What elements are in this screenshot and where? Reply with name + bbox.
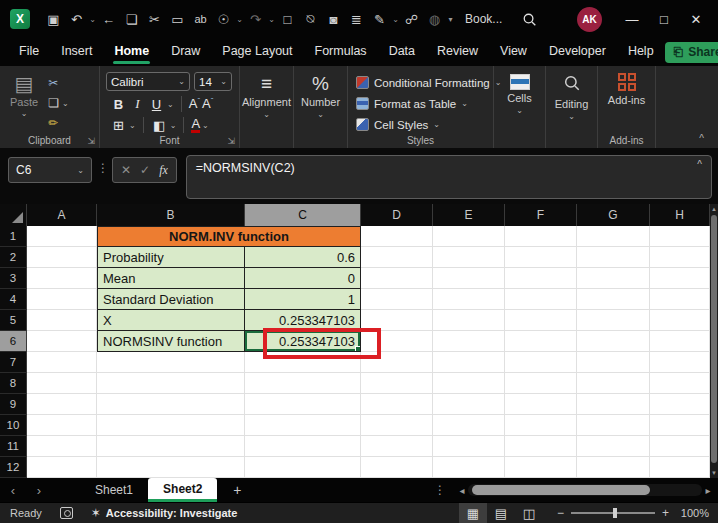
row-header-5[interactable]: 5 (0, 310, 27, 331)
column-header-H[interactable]: H (650, 204, 710, 226)
cell-E3[interactable] (433, 268, 505, 289)
cell-F9[interactable] (505, 394, 577, 415)
cell-F10[interactable] (505, 415, 577, 436)
italic-button[interactable]: I (129, 96, 146, 112)
cell-A6[interactable] (27, 331, 97, 352)
minimize-button[interactable]: — (616, 4, 648, 34)
cell-G4[interactable] (577, 289, 650, 310)
cell-B2[interactable]: Probability (97, 247, 245, 268)
cell-G5[interactable] (577, 310, 650, 331)
cell-C3[interactable]: 0 (245, 268, 361, 289)
cell-B4[interactable]: Standard Deviation (97, 289, 245, 310)
cell-A1[interactable] (27, 226, 97, 247)
column-header-G[interactable]: G (577, 204, 650, 226)
zoom-in-button[interactable]: + (662, 506, 669, 520)
zoom-percentage[interactable]: 100% (677, 507, 709, 519)
cell-E5[interactable] (433, 310, 505, 331)
cell-G9[interactable] (577, 394, 650, 415)
row-header-12[interactable]: 12 (0, 457, 27, 478)
qat-overflow-icon[interactable]: ▾ (446, 15, 455, 24)
underline-button[interactable]: U (148, 97, 165, 112)
cell-H10[interactable] (650, 415, 710, 436)
font-dialog-launcher[interactable]: ⇲ (227, 136, 235, 146)
cell-styles-button[interactable]: Cell Styles ⌄ (356, 114, 493, 135)
paste-picture-icon[interactable]: ▭ (166, 12, 189, 27)
draft-chevron-icon[interactable]: ⌄ (391, 15, 400, 24)
vertical-scrollbar-thumb[interactable] (711, 215, 717, 463)
camera-icon[interactable]: ◙ (322, 12, 345, 27)
collapse-ribbon-icon[interactable]: ^ (699, 133, 704, 144)
cell-E9[interactable] (433, 394, 505, 415)
cell-D9[interactable] (361, 394, 433, 415)
cell-D8[interactable] (361, 373, 433, 394)
cell-C10[interactable] (245, 415, 361, 436)
undo-icon[interactable]: ↶ (65, 12, 88, 27)
formula-input[interactable]: =NORMSINV(C2) ^ (186, 155, 712, 199)
select-all-button[interactable] (0, 204, 27, 226)
save-icon[interactable]: ▣ (42, 12, 65, 27)
cell-B7[interactable] (97, 352, 245, 373)
undo-chevron-icon[interactable]: ⌄ (88, 15, 97, 24)
cell-A12[interactable] (27, 457, 97, 478)
cut-button[interactable]: ✂ (48, 76, 68, 90)
cell-G3[interactable] (577, 268, 650, 289)
maximize-button[interactable]: □ (648, 4, 680, 34)
conditional-formatting-button[interactable]: Conditional Formatting ⌄ (356, 72, 493, 93)
cell-F12[interactable] (505, 457, 577, 478)
draft-icon[interactable]: ✎ (368, 12, 391, 27)
scroll-up-icon[interactable]: ▲ (710, 204, 718, 214)
cell-B3[interactable]: Mean (97, 268, 245, 289)
cell-G11[interactable] (577, 436, 650, 457)
horizontal-scrollbar-track[interactable] (468, 484, 702, 496)
cell-A9[interactable] (27, 394, 97, 415)
pin-icon[interactable]: ⍉ (299, 11, 322, 27)
zoom-out-button[interactable]: − (557, 506, 564, 520)
copy-icon[interactable]: ❏ (120, 12, 143, 27)
cell-F2[interactable] (505, 247, 577, 268)
paste-button[interactable]: ▤ Paste ⌄ (10, 73, 38, 130)
cell-G10[interactable] (577, 415, 650, 436)
tab-file[interactable]: File (8, 40, 50, 64)
row-header-6[interactable]: 6 (0, 331, 27, 352)
cell-B5[interactable]: X (97, 310, 245, 331)
tab-home[interactable]: Home (103, 40, 160, 64)
column-header-B[interactable]: B (97, 204, 245, 226)
row-header-8[interactable]: 8 (0, 373, 27, 394)
cell-D7[interactable] (361, 352, 433, 373)
column-header-C[interactable]: C (245, 204, 361, 226)
copy-button[interactable]: ❏ (48, 96, 59, 110)
column-header-A[interactable]: A (27, 204, 97, 226)
cell-C12[interactable] (245, 457, 361, 478)
cell-H6[interactable] (650, 331, 710, 352)
font-color-chevron-icon[interactable]: ⌄ (202, 121, 209, 130)
cell-H12[interactable] (650, 457, 710, 478)
redo-chevron-icon[interactable]: ⌄ (267, 15, 276, 24)
new-file-icon[interactable]: □ (276, 12, 299, 27)
cell-D6[interactable] (361, 331, 433, 352)
cell-F7[interactable] (505, 352, 577, 373)
cell-B10[interactable] (97, 415, 245, 436)
cut-icon[interactable]: ✂ (143, 12, 166, 27)
cell-E11[interactable] (433, 436, 505, 457)
underline-chevron-icon[interactable]: ⌄ (167, 100, 174, 109)
font-size-select[interactable]: 14 ⌄ (194, 72, 232, 91)
cell-B6[interactable]: NORMSINV function (97, 331, 245, 352)
cell-C11[interactable] (245, 436, 361, 457)
cell-B1-C1-merged[interactable]: NORM.INV function (97, 226, 361, 247)
row-header-1[interactable]: 1 (0, 226, 27, 247)
macro-record-icon[interactable] (60, 507, 73, 519)
horizontal-scrollbar-thumb[interactable] (472, 485, 650, 495)
lookup-icon[interactable]: ≣ (345, 12, 368, 27)
cell-H3[interactable] (650, 268, 710, 289)
cell-H1[interactable] (650, 226, 710, 247)
cell-H7[interactable] (650, 352, 710, 373)
cell-H5[interactable] (650, 310, 710, 331)
cell-A5[interactable] (27, 310, 97, 331)
cell-E1[interactable] (433, 226, 505, 247)
avatar[interactable]: AK (577, 7, 602, 32)
tab-review[interactable]: Review (426, 40, 489, 64)
cell-A10[interactable] (27, 415, 97, 436)
borders-button[interactable]: ⊞ (110, 118, 127, 133)
page-layout-view-button[interactable]: ▤ (487, 503, 515, 523)
scroll-down-icon[interactable]: ▼ (710, 468, 718, 478)
